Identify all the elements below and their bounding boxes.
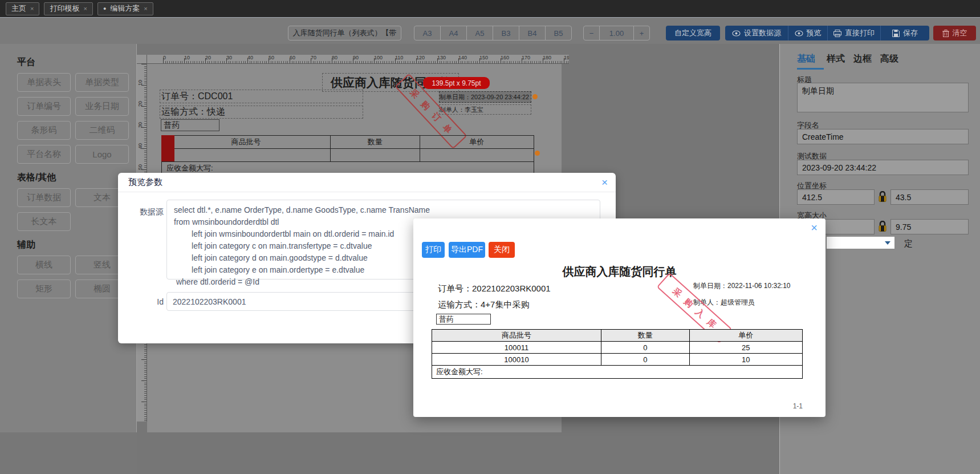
modal-title: 预览参数 (128, 177, 162, 188)
partial-label: 定 (904, 238, 913, 249)
sidebar-item-platform-name[interactable]: 平台名称 (17, 145, 71, 164)
export-pdf-button[interactable]: 导出PDF (449, 242, 485, 258)
custom-size-button[interactable]: 自定义宽高 (666, 26, 720, 40)
table-footer-amount: 应收金额大写: (432, 366, 802, 378)
direct-print-button[interactable]: 直接打印 (828, 26, 881, 40)
direct-print-label: 直接打印 (845, 28, 875, 38)
template-create-date-selected[interactable]: 制单日期：2023-09-20 23:44:22 (439, 91, 531, 103)
horizontal-ruler: 010 2030 4050 6070 8090 100110 120130 14… (147, 55, 569, 64)
template-table[interactable]: 商品批号 数量 单价 应收金额大写: (161, 135, 534, 175)
tab-basic[interactable]: 基础 (797, 53, 815, 65)
zoom-out-button[interactable]: − (584, 26, 600, 40)
clear-label: 清空 (953, 28, 967, 38)
section-title-platform: 平台 (17, 56, 136, 68)
save-label: 保存 (903, 28, 918, 38)
custom-size-label: 自定义宽高 (674, 28, 711, 38)
sidebar-item-business-date[interactable]: 业务日期 (75, 97, 129, 116)
save-icon (892, 30, 900, 37)
print-preview-modal: × 打印 导出PDF 关闭 供应商入库随货同行单 订单号：2022102203R… (413, 218, 826, 417)
printer-icon (833, 30, 841, 37)
tab-edit-plan[interactable]: ● 编辑方案 × (97, 2, 153, 15)
datasource-label: 数据源 (135, 207, 164, 217)
zoom-value-field[interactable]: 1.00 (600, 26, 634, 40)
size-tooltip: 139.5pt x 9.75pt (423, 77, 490, 89)
title-textarea[interactable]: 制单日期 (797, 83, 969, 112)
lock-icon[interactable] (878, 221, 887, 234)
window-tabbar: 主页 × 打印模板 × ● 编辑方案 × (0, 0, 980, 17)
ruler-corner (137, 55, 147, 64)
preview-label: 预览 (807, 28, 822, 38)
paper-size-b3-button[interactable]: B3 (493, 26, 519, 40)
align-select[interactable] (826, 236, 895, 249)
toolbar: 入库随货同行单（列表式）【带 A3 A4 A5 B3 B4 B5 − 1.00 … (0, 17, 980, 44)
print-template-designer: 主页 × 打印模板 × ● 编辑方案 × 入库随货同行单（列表式）【带 A3 A… (0, 0, 980, 474)
table-header-qty: 数量 (331, 136, 420, 148)
close-button[interactable]: 关闭 (489, 242, 515, 258)
paper-size-group: A3 A4 A5 B3 B4 B5 (414, 26, 572, 40)
drag-handle-dot[interactable] (532, 94, 538, 99)
zoom-control: − 1.00 + (583, 26, 650, 40)
set-datasource-label: 设置数据源 (744, 28, 781, 38)
zoom-in-button[interactable]: + (634, 26, 649, 40)
preview-stamp: 采购入库 (652, 282, 737, 334)
print-button[interactable]: 打印 (422, 242, 445, 258)
sidebar-item-logo[interactable]: Logo (75, 145, 129, 164)
height-input[interactable]: 9.75 (890, 219, 969, 234)
sidebar-item-qrcode[interactable]: 二维码 (75, 121, 129, 140)
platform-grid: 单据表头 单据类型 订单编号 业务日期 条形码 二维码 平台名称 Logo (17, 73, 136, 164)
position-y-input[interactable]: 43.5 (890, 189, 969, 205)
position-x-input[interactable]: 412.5 (797, 189, 875, 205)
template-drug-type[interactable]: 普药 (161, 119, 219, 131)
tab-edit-plan-close-icon[interactable]: × (144, 5, 147, 12)
close-icon[interactable]: × (811, 221, 818, 234)
id-label: Id (149, 297, 164, 306)
chevron-down-icon (885, 241, 890, 245)
preview-drug-type: 普药 (436, 314, 491, 325)
tab-print-template-label: 打印模板 (50, 3, 79, 14)
tab-style[interactable]: 样式 (827, 53, 845, 65)
sidebar-item-doc-type[interactable]: 单据类型 (75, 73, 129, 92)
tab-border[interactable]: 边框 (853, 53, 872, 65)
lock-icon[interactable] (878, 191, 887, 205)
sidebar-item-barcode[interactable]: 条形码 (17, 121, 71, 140)
tab-advanced[interactable]: 高级 (880, 53, 898, 65)
modified-dot-icon: ● (103, 6, 106, 11)
component-sidebar: 平台 单据表头 单据类型 订单编号 业务日期 条形码 二维码 平台名称 Logo… (0, 44, 137, 432)
col-header-qty: 数量 (601, 330, 690, 341)
action-button-group: 设置数据源 预览 直接打印 保存 (725, 26, 929, 40)
paper-size-b5-button[interactable]: B5 (546, 26, 571, 40)
preview-button[interactable]: 预览 (788, 26, 828, 40)
sidebar-item-rect[interactable]: 矩形 (17, 279, 71, 298)
template-order-no[interactable]: 订单号：CDC001 (160, 90, 363, 103)
sidebar-item-order-data[interactable]: 订单数据 (17, 188, 71, 207)
drag-handle-dot[interactable] (535, 151, 540, 156)
tab-edit-plan-label: 编辑方案 (110, 3, 140, 14)
tab-print-template-close-icon[interactable]: × (83, 5, 87, 12)
test-data-input[interactable]: 2023-09-20 23:44:22 (797, 160, 969, 175)
preview-order-no: 订单号：2022102203RK0001 (438, 283, 551, 294)
clear-button[interactable]: 清空 (933, 26, 976, 40)
save-button[interactable]: 保存 (881, 26, 929, 40)
sidebar-item-hline[interactable]: 横线 (17, 256, 71, 274)
selected-cell-marker (161, 135, 174, 161)
template-name-field[interactable]: 入库随货同行单（列表式）【带 (288, 26, 401, 40)
set-datasource-button[interactable]: 设置数据源 (725, 26, 788, 40)
tab-home-close-icon[interactable]: × (30, 5, 34, 12)
sidebar-item-long-text[interactable]: 长文本 (17, 212, 71, 231)
paper-size-a3-button[interactable]: A3 (414, 26, 441, 40)
field-name-input[interactable]: CreateTime (797, 129, 969, 144)
sidebar-item-doc-header[interactable]: 单据表头 (17, 73, 71, 92)
col-header-price: 单价 (690, 330, 802, 341)
paper-size-a5-button[interactable]: A5 (467, 26, 493, 40)
paper-size-a4-button[interactable]: A4 (441, 26, 467, 40)
table-row: 100011 0 25 (432, 342, 803, 354)
tab-print-template[interactable]: 打印模板 × (44, 2, 92, 15)
close-icon[interactable]: × (601, 176, 608, 189)
eye-icon (795, 30, 803, 37)
sidebar-item-order-no[interactable]: 订单编号 (17, 97, 71, 116)
template-transport[interactable]: 运输方式：快递 (160, 106, 363, 119)
tab-home[interactable]: 主页 × (6, 2, 39, 15)
col-header-batch: 商品批号 (432, 330, 601, 341)
paper-size-b4-button[interactable]: B4 (519, 26, 546, 40)
table-header-price: 单价 (420, 136, 534, 148)
